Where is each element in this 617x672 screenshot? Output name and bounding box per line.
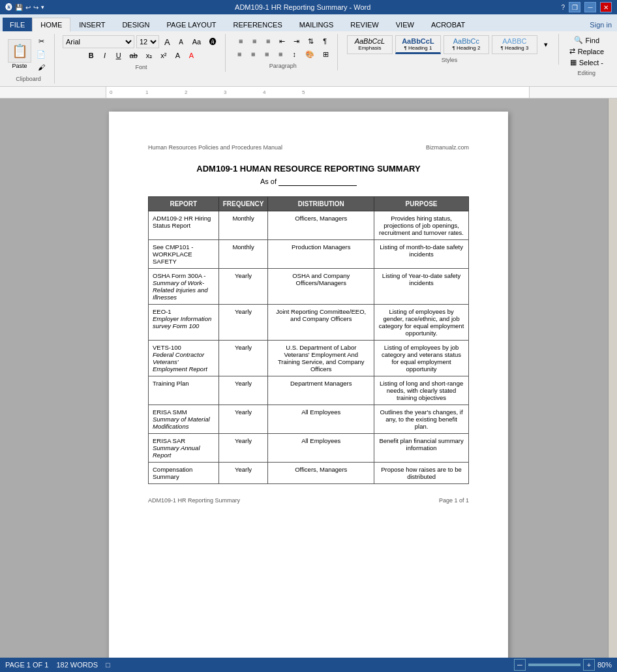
tab-home[interactable]: HOME: [32, 18, 70, 32]
underline-button[interactable]: U: [113, 50, 125, 61]
style-heading2[interactable]: AaBbCc ¶ Heading 2: [444, 35, 489, 54]
clipboard-sub: ✂ 📄 🖌: [33, 35, 49, 73]
font-row2: B I U ab x₂ x² A A: [85, 50, 198, 61]
style-heading2-label: ¶ Heading 2: [448, 45, 485, 51]
title-bar: 🅦 💾 ↩ ↪ ▾ ADM109-1 HR Reporting Summary …: [0, 0, 617, 14]
align-right-button[interactable]: ≡: [261, 48, 273, 60]
zoom-slider[interactable]: [528, 664, 580, 666]
zoom-out-button[interactable]: ─: [514, 659, 526, 671]
tab-insert[interactable]: INSERT: [70, 18, 113, 31]
sort-button[interactable]: ⇅: [305, 35, 317, 47]
paste-button[interactable]: 📋 Paste: [8, 39, 31, 69]
cell-frequency-1: Monthly: [218, 240, 268, 269]
align-left-button[interactable]: ≡: [233, 48, 245, 60]
style-emphasis[interactable]: AaBbCcL Emphasis: [347, 35, 393, 54]
subscript-button[interactable]: x₂: [143, 50, 156, 61]
col-distribution: DISTRIBUTION: [268, 197, 374, 211]
select-button[interactable]: ▦ Select -: [567, 57, 606, 67]
italic-button[interactable]: I: [99, 50, 111, 61]
tab-page-layout[interactable]: PAGE LAYOUT: [158, 18, 225, 31]
text-highlight-button[interactable]: A: [172, 50, 184, 61]
select-label: Select -: [579, 59, 603, 67]
paste-label: Paste: [12, 63, 27, 69]
cut-button[interactable]: ✂: [33, 35, 49, 47]
cell-distribution-6: All Employees: [268, 405, 374, 434]
font-grow-button[interactable]: A: [161, 36, 173, 48]
close-btn[interactable]: ✕: [600, 2, 612, 12]
footer-right: Page 1 of 1: [439, 497, 469, 504]
font-name-select[interactable]: Arial: [63, 35, 134, 48]
cell-report-1: See CMP101 - WORKPLACE SAFETY: [149, 240, 219, 269]
tab-design[interactable]: DESIGN: [113, 18, 158, 31]
status-right: ─ + 80%: [514, 659, 612, 671]
cell-distribution-2: OSHA and Company Officers/Managers: [268, 269, 374, 305]
find-button[interactable]: 🔍 Find: [571, 35, 602, 45]
numbering-button[interactable]: ≡: [248, 35, 260, 47]
styles-more-button[interactable]: ▾: [540, 39, 552, 51]
tab-mailings[interactable]: MAILINGS: [291, 18, 342, 31]
editing-group: 🔍 Find ⇄ Replace ▦ Select - Editing: [564, 34, 612, 78]
word-count: 182 WORDS: [56, 661, 98, 669]
justify-button[interactable]: ≡: [275, 48, 286, 60]
font-shrink-button[interactable]: A: [175, 36, 187, 48]
style-heading1-label: ¶ Heading 1: [400, 45, 436, 51]
multilevel-button[interactable]: ≡: [262, 35, 274, 47]
font-size-select[interactable]: 12: [136, 35, 159, 48]
line-spacing-button[interactable]: ↕: [288, 48, 300, 60]
clipboard-label: Clipboard: [16, 74, 41, 82]
clipboard-row: 📋 Paste ✂ 📄 🖌: [8, 35, 49, 73]
format-painter-button[interactable]: 🖌: [33, 61, 49, 73]
font-color-button[interactable]: A: [186, 50, 198, 61]
bold-button[interactable]: B: [85, 50, 97, 61]
copy-button[interactable]: 📄: [33, 48, 49, 60]
style-heading3-label: ¶ Heading 3: [496, 45, 533, 51]
layout-icon[interactable]: □: [106, 661, 110, 669]
col-report: REPORT: [149, 197, 219, 211]
align-center-button[interactable]: ≡: [247, 48, 259, 60]
shading-button[interactable]: 🎨: [302, 48, 318, 60]
quick-access-undo[interactable]: ↩: [25, 4, 31, 11]
cell-purpose-1: Listing of month-to-date safety incident…: [374, 240, 469, 269]
change-case-button[interactable]: Aa: [189, 36, 204, 48]
doc-subtitle: As of: [148, 177, 469, 186]
select-icon: ▦: [570, 58, 577, 67]
ruler-mark-0: 0: [110, 89, 112, 95]
style-heading3[interactable]: AABBC ¶ Heading 3: [492, 35, 537, 54]
table-row: OSHA Form 300A -Summary of Work-Related …: [149, 269, 469, 305]
title-bar-left: 🅦 💾 ↩ ↪ ▾: [5, 3, 44, 11]
superscript-button[interactable]: x²: [157, 50, 170, 61]
minimize-btn[interactable]: ─: [584, 2, 596, 12]
zoom-in-button[interactable]: +: [583, 659, 595, 671]
cell-purpose-5: Listing of long and short-range needs, w…: [374, 376, 469, 405]
quick-access-save[interactable]: 💾: [15, 4, 23, 11]
cell-report-0: ADM109-2 HR Hiring Status Report: [149, 211, 219, 240]
clear-format-button[interactable]: 🅐: [206, 36, 220, 48]
increase-indent-button[interactable]: ⇥: [290, 35, 303, 47]
tab-view[interactable]: VIEW: [387, 18, 423, 31]
style-heading1[interactable]: AaBbCcL ¶ Heading 1: [395, 35, 441, 54]
decrease-indent-button[interactable]: ⇤: [276, 35, 288, 47]
border-button[interactable]: ⊞: [320, 48, 332, 60]
tab-review[interactable]: REVIEW: [342, 18, 387, 31]
app-icon: 🅦: [5, 3, 12, 11]
cell-purpose-8: Propose how raises are to be distributed: [374, 463, 469, 484]
cell-frequency-7: Yearly: [218, 434, 268, 463]
status-bar: PAGE 1 OF 1 182 WORDS □ ─ + 80%: [0, 658, 617, 672]
help-btn[interactable]: ?: [561, 4, 565, 11]
font-group: Arial 12 A A Aa 🅐 B I U ab x₂ x² A A Fo: [60, 34, 226, 72]
tab-file[interactable]: FILE: [3, 18, 32, 31]
paragraph-label: Paragraph: [269, 61, 297, 69]
page-header: Human Resources Policies and Procedures …: [148, 144, 469, 151]
tab-acrobat[interactable]: ACROBAT: [423, 18, 474, 31]
quick-access-redo[interactable]: ↪: [33, 4, 38, 11]
as-of-field[interactable]: [278, 177, 357, 186]
sign-in-link[interactable]: Sign in: [584, 18, 617, 31]
cell-frequency-6: Yearly: [218, 405, 268, 434]
replace-button[interactable]: ⇄ Replace: [567, 46, 607, 56]
restore-btn[interactable]: ❐: [569, 2, 580, 12]
show-hide-button[interactable]: ¶: [319, 35, 331, 47]
tab-references[interactable]: REFERENCES: [225, 18, 291, 31]
ribbon: FILE HOME INSERT DESIGN PAGE LAYOUT REFE…: [0, 14, 617, 87]
strikethrough-button[interactable]: ab: [127, 50, 141, 61]
bullets-button[interactable]: ≡: [235, 35, 247, 47]
